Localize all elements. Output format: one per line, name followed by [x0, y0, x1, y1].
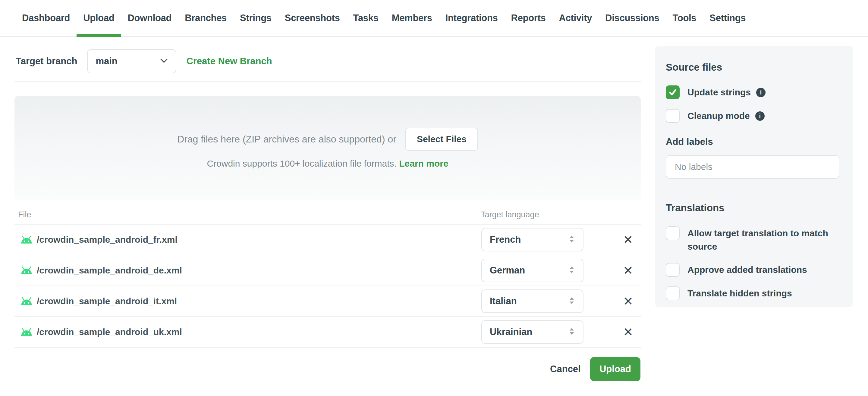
remove-file-button[interactable]: ✕ [618, 230, 638, 249]
allow-match-source-row: Allow target translation to match source [666, 226, 839, 253]
approve-translations-row: Approve added translations [666, 263, 839, 277]
branch-select-value: main [96, 56, 117, 67]
language-select[interactable]: Ukrainian [481, 320, 584, 344]
allow-match-source-checkbox[interactable] [666, 226, 680, 240]
translate-hidden-label: Translate hidden strings [687, 286, 792, 300]
remove-file-button[interactable]: ✕ [618, 322, 638, 342]
updown-arrow-icon [568, 235, 575, 245]
language-select[interactable]: French [481, 228, 584, 251]
cleanup-mode-checkbox[interactable] [666, 109, 680, 123]
update-strings-checkbox[interactable] [666, 85, 680, 99]
remove-file-button[interactable]: ✕ [618, 261, 638, 280]
tab-tools[interactable]: Tools [666, 0, 703, 36]
language-select-value: German [490, 265, 525, 276]
approve-translations-checkbox[interactable] [666, 263, 680, 277]
file-name: /crowdin_sample_android_de.xml [37, 265, 182, 276]
allow-match-source-label: Allow target translation to match source [687, 226, 829, 253]
dropzone-line2: Crowdin supports 100+ localization file … [207, 159, 448, 169]
upload-options-sidebar: Source files Update strings i Cleanup mo… [655, 46, 853, 307]
cancel-button[interactable]: Cancel [542, 357, 589, 381]
table-row: /crowdin_sample_android_uk.xml Ukrainian… [14, 317, 641, 348]
tab-activity[interactable]: Activity [553, 0, 599, 36]
tab-integrations[interactable]: Integrations [439, 0, 504, 36]
tab-strings[interactable]: Strings [233, 0, 278, 36]
add-labels-title: Add labels [666, 136, 839, 147]
tab-branches[interactable]: Branches [178, 0, 233, 36]
file-name: /crowdin_sample_android_it.xml [37, 296, 177, 306]
updown-arrow-icon [568, 296, 575, 306]
chevron-down-icon [160, 58, 168, 64]
file-dropzone[interactable]: Drag files here (ZIP archives are also s… [14, 96, 641, 200]
approve-translations-label: Approve added translations [687, 263, 807, 277]
table-row: /crowdin_sample_android_it.xml Italian ✕ [14, 286, 641, 317]
tab-reports[interactable]: Reports [504, 0, 552, 36]
language-select-value: Italian [490, 296, 517, 307]
file-name: /crowdin_sample_android_fr.xml [37, 234, 178, 245]
learn-more-link[interactable]: Learn more [399, 159, 448, 168]
language-select-value: Ukrainian [490, 327, 532, 337]
update-strings-label: Update strings [687, 85, 751, 99]
sidebar-divider [666, 192, 839, 192]
upload-page: Dashboard Upload Download Branches Strin… [0, 0, 868, 396]
table-row: /crowdin_sample_android_fr.xml French ✕ [14, 225, 641, 255]
tab-screenshots[interactable]: Screenshots [278, 0, 347, 36]
tab-members[interactable]: Members [385, 0, 439, 36]
android-icon [20, 266, 33, 275]
branch-select[interactable]: main [87, 49, 176, 73]
target-branch-row: Target branch main Create New Branch [16, 49, 272, 73]
android-icon [20, 328, 33, 337]
file-name: /crowdin_sample_android_uk.xml [37, 327, 182, 337]
remove-file-button[interactable]: ✕ [618, 291, 638, 311]
target-language-column-header: Target language [481, 210, 539, 220]
info-icon[interactable]: i [755, 111, 765, 121]
table-header: File Target language [14, 208, 641, 225]
translations-title: Translations [666, 202, 839, 214]
select-files-button[interactable]: Select Files [405, 128, 478, 151]
tab-upload-label: Upload [83, 13, 114, 24]
file-column-header: File [18, 210, 31, 220]
drag-files-text: Drag files here (ZIP archives are also s… [177, 134, 396, 145]
language-select[interactable]: Italian [481, 289, 584, 313]
supported-formats-text: Crowdin supports 100+ localization file … [207, 159, 396, 168]
info-icon[interactable]: i [756, 88, 766, 97]
table-row: /crowdin_sample_android_de.xml German ✕ [14, 255, 641, 286]
source-files-title: Source files [666, 62, 839, 73]
create-new-branch-link[interactable]: Create New Branch [186, 56, 272, 67]
cleanup-mode-label: Cleanup mode [687, 109, 750, 123]
top-nav: Dashboard Upload Download Branches Strin… [0, 0, 868, 37]
update-strings-row: Update strings i [666, 85, 839, 99]
tab-upload[interactable]: Upload [76, 0, 121, 36]
labels-input[interactable] [666, 155, 839, 179]
upload-button[interactable]: Upload [590, 357, 641, 381]
language-select[interactable]: German [481, 259, 584, 282]
tab-settings[interactable]: Settings [703, 0, 752, 36]
android-icon [20, 297, 33, 306]
translate-hidden-checkbox[interactable] [666, 286, 680, 300]
dropzone-line1: Drag files here (ZIP archives are also s… [177, 128, 478, 151]
files-table: File Target language /crowdin_sample_and… [14, 208, 641, 348]
active-tab-indicator [76, 34, 121, 37]
tab-tasks[interactable]: Tasks [347, 0, 385, 36]
cleanup-mode-row: Cleanup mode i [666, 109, 839, 123]
tab-dashboard[interactable]: Dashboard [16, 0, 76, 36]
tab-download[interactable]: Download [121, 0, 178, 36]
target-branch-label: Target branch [16, 56, 77, 67]
android-icon [20, 235, 33, 244]
section-divider [14, 81, 641, 82]
translate-hidden-row: Translate hidden strings [666, 286, 839, 300]
updown-arrow-icon [568, 265, 575, 275]
tab-discussions[interactable]: Discussions [598, 0, 666, 36]
language-select-value: French [490, 234, 521, 245]
updown-arrow-icon [568, 327, 575, 337]
